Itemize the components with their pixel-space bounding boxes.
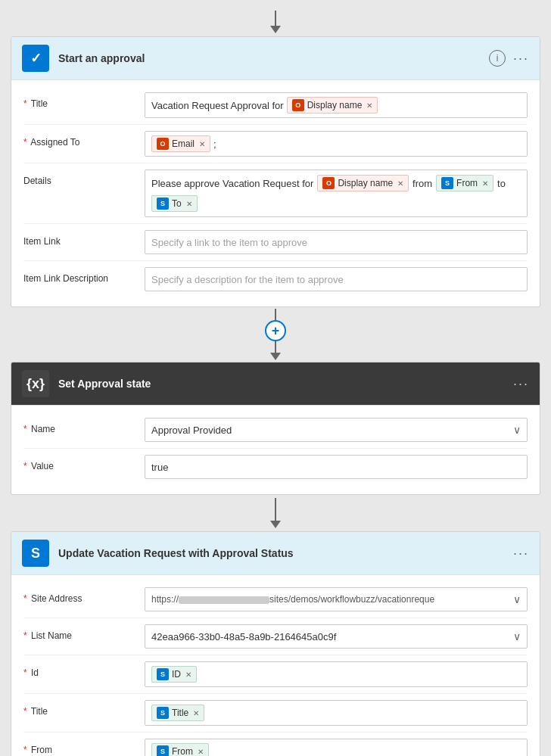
update-more-options-button[interactable]: ··· bbox=[513, 546, 529, 562]
details-token1-icon: O bbox=[322, 177, 335, 189]
item-link-desc-label: Item Link Description bbox=[23, 267, 145, 284]
set-approval-header: {x} Set Approval state ··· bbox=[11, 362, 540, 406]
set-more-options-button[interactable]: ··· bbox=[513, 376, 529, 392]
title-token[interactable]: O Display name ✕ bbox=[287, 97, 378, 114]
set-value-input[interactable]: true bbox=[145, 455, 528, 479]
details-to-text: to bbox=[497, 178, 506, 189]
details-prefix: Please approve Vacation Request for bbox=[151, 178, 313, 189]
list-name-row: * List Name 42eaa966-33b0-48a5-8a9b-2164… bbox=[23, 618, 528, 655]
more-options-button[interactable]: ··· bbox=[513, 51, 529, 67]
details-token2-text: From bbox=[456, 178, 478, 188]
assigned-label: * Assigned To bbox=[23, 131, 145, 148]
details-token2[interactable]: S From ✕ bbox=[436, 175, 493, 191]
approval-icon-symbol: ✓ bbox=[30, 50, 42, 67]
connector-line-top bbox=[275, 309, 276, 320]
from-label: * From bbox=[23, 739, 145, 755]
update-title-input[interactable]: S Title ✕ bbox=[145, 700, 528, 726]
id-input[interactable]: S ID ✕ bbox=[145, 661, 528, 687]
set-name-row: * Name Approval Provided ∨ bbox=[23, 412, 528, 449]
top-arrow bbox=[270, 11, 281, 33]
id-sp-icon: S bbox=[157, 668, 169, 680]
list-name-dropdown[interactable]: 42eaa966-33b0-48a5-8a9b-2164645a0c9f ∨ bbox=[145, 624, 528, 649]
details-token1-close[interactable]: ✕ bbox=[397, 179, 403, 188]
list-name-arrow-icon: ∨ bbox=[513, 630, 521, 642]
details-token1[interactable]: O Display name ✕ bbox=[317, 175, 409, 191]
start-approval-header: ✓ Start an approval i ··· bbox=[11, 37, 540, 80]
update-vacation-title: Update Vacation Request with Approval St… bbox=[58, 547, 513, 559]
info-button[interactable]: i bbox=[489, 50, 506, 67]
start-approval-card: ✓ Start an approval i ··· * Title Vacati… bbox=[11, 36, 540, 307]
item-link-desc-value: Specify a description for the item to ap… bbox=[145, 267, 528, 291]
title-prefix-text: Vacation Request Approval for bbox=[151, 100, 284, 111]
site-addr-arrow-icon: ∨ bbox=[513, 593, 521, 605]
site-addr-row: * Site Address https://sites/demos/workf… bbox=[23, 581, 528, 618]
details-sp-icon1: S bbox=[441, 177, 453, 189]
details-value: Please approve Vacation Request for O Di… bbox=[145, 170, 528, 217]
set-approval-actions: ··· bbox=[513, 376, 529, 392]
assigned-required: * bbox=[23, 137, 27, 148]
add-connector-1: + bbox=[265, 309, 286, 360]
item-link-desc-input[interactable]: Specify a description for the item to ap… bbox=[145, 267, 528, 291]
assigned-token-close[interactable]: ✕ bbox=[199, 140, 205, 148]
site-addr-label: * Site Address bbox=[23, 587, 145, 604]
update-vacation-form: * Site Address https://sites/demos/workf… bbox=[11, 575, 540, 756]
set-approval-icon: {x} bbox=[22, 370, 49, 397]
item-link-value: Specify a link to the item to approve bbox=[145, 230, 528, 254]
flow-container: ✓ Start an approval i ··· * Title Vacati… bbox=[0, 8, 551, 756]
from-token-text: From bbox=[172, 746, 193, 756]
details-token3[interactable]: S To ✕ bbox=[151, 195, 198, 212]
title-value: Vacation Request Approval for O Display … bbox=[145, 92, 528, 118]
list-name-label: * List Name bbox=[23, 624, 145, 641]
item-link-desc-row: Item Link Description Specify a descript… bbox=[23, 261, 528, 297]
set-approval-card: {x} Set Approval state ··· * Name Approv… bbox=[11, 362, 540, 495]
from-token[interactable]: S From ✕ bbox=[151, 743, 209, 756]
assigned-input[interactable]: O Email ✕ ; bbox=[145, 131, 528, 157]
details-token1-text: Display name bbox=[338, 178, 393, 188]
details-sp-icon2: S bbox=[157, 198, 169, 210]
set-approval-title: Set Approval state bbox=[58, 378, 513, 390]
update-title-token-text: Title bbox=[172, 708, 188, 718]
from-token-close[interactable]: ✕ bbox=[198, 748, 204, 756]
details-token2-close[interactable]: ✕ bbox=[482, 179, 488, 188]
from-input[interactable]: S From ✕ bbox=[145, 739, 528, 756]
connector-line-bottom bbox=[275, 341, 276, 353]
set-value-value: true bbox=[145, 455, 528, 479]
title-required: * bbox=[23, 98, 27, 109]
set-value-row: * Value true bbox=[23, 449, 528, 485]
title-input[interactable]: Vacation Request Approval for O Display … bbox=[145, 92, 528, 118]
from-sp-icon: S bbox=[157, 745, 169, 756]
update-title-token-close[interactable]: ✕ bbox=[193, 709, 199, 717]
details-token3-close[interactable]: ✕ bbox=[186, 200, 192, 208]
from-required: * bbox=[23, 745, 27, 755]
id-token[interactable]: S ID ✕ bbox=[151, 666, 197, 683]
details-token3-text: To bbox=[172, 198, 182, 209]
item-link-label: Item Link bbox=[23, 230, 145, 247]
add-step-button[interactable]: + bbox=[265, 320, 286, 341]
site-addr-value: https://sites/demos/workflowbuzz/vacatio… bbox=[145, 587, 528, 611]
set-name-label: * Name bbox=[23, 418, 145, 434]
update-vacation-header: S Update Vacation Request with Approval … bbox=[11, 532, 540, 575]
id-value: S ID ✕ bbox=[145, 661, 528, 687]
update-title-token[interactable]: S Title ✕ bbox=[151, 705, 204, 721]
set-value-required: * bbox=[23, 461, 27, 471]
set-icon-symbol: {x} bbox=[26, 376, 45, 392]
id-label: * Id bbox=[23, 661, 145, 678]
set-value-text: true bbox=[151, 462, 168, 473]
item-link-desc-placeholder: Specify a description for the item to ap… bbox=[151, 274, 344, 285]
dropdown-arrow-icon: ∨ bbox=[513, 424, 521, 436]
id-token-text: ID bbox=[172, 669, 181, 680]
semicolon: ; bbox=[213, 138, 216, 150]
assigned-token[interactable]: O Email ✕ bbox=[151, 135, 210, 152]
details-input[interactable]: Please approve Vacation Request for O Di… bbox=[145, 170, 528, 217]
assigned-token-text: Email bbox=[172, 138, 195, 149]
item-link-input[interactable]: Specify a link to the item to approve bbox=[145, 230, 528, 254]
site-addr-dropdown[interactable]: https://sites/demos/workflowbuzz/vacatio… bbox=[145, 587, 528, 611]
list-name-value: 42eaa966-33b0-48a5-8a9b-2164645a0c9f ∨ bbox=[145, 624, 528, 649]
title-token-close[interactable]: ✕ bbox=[366, 101, 372, 110]
start-approval-actions: i ··· bbox=[489, 50, 529, 67]
id-token-close[interactable]: ✕ bbox=[185, 670, 191, 679]
update-title-value: S Title ✕ bbox=[145, 700, 528, 726]
start-approval-form: * Title Vacation Request Approval for O … bbox=[11, 80, 540, 306]
set-name-dropdown[interactable]: Approval Provided ∨ bbox=[145, 418, 528, 442]
set-name-text: Approval Provided bbox=[151, 425, 232, 436]
